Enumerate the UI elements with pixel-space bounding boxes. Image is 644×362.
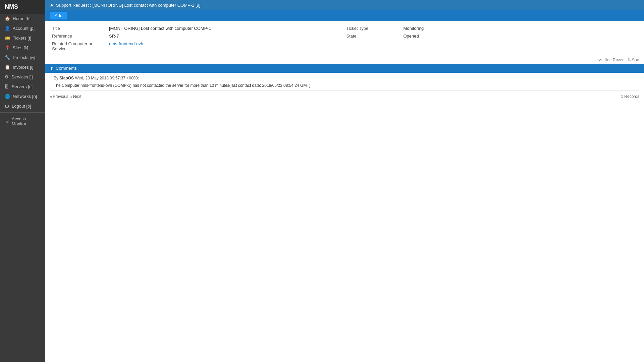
comment-entry: By SlapOS Wed, 23 May 2018 09:57:37 +000… — [50, 74, 639, 91]
sidebar: NMS 🏠 Home [h] 👤 Account [p] 🎫 Tickets [… — [0, 0, 45, 362]
state-label: State — [346, 34, 400, 39]
detail-grid: Title [MONITORING] Lost contact with com… — [52, 26, 637, 51]
breadcrumb-arrow: ➤ — [50, 2, 54, 8]
sidebar-item-access-monitor-label: Access Monitor — [12, 116, 41, 126]
logout-icon: ⏻ — [5, 104, 9, 109]
reference-label: Reference — [52, 34, 106, 39]
comment-author: SlapOS — [59, 76, 74, 80]
comment-meta: By SlapOS Wed, 23 May 2018 09:57:37 +000… — [50, 74, 639, 82]
access-monitor-icon: 🖥 — [5, 119, 9, 124]
sidebar-item-home[interactable]: 🏠 Home [h] — [0, 14, 45, 23]
sidebar-item-logout[interactable]: ⏻ Logout [o] — [0, 101, 45, 111]
sidebar-item-projects-label: Projects [w] — [13, 55, 35, 60]
account-icon: 👤 — [5, 26, 10, 31]
sidebar-item-servers[interactable]: 🗄 Servers [c] — [0, 82, 45, 92]
breadcrumb-text: Support Request : [MONITORING] Lost cont… — [56, 3, 200, 8]
comment-body: The Computer nms-frontend-ovh (COMP-1) h… — [50, 82, 639, 90]
prev-arrow-icon: « — [50, 95, 52, 99]
comments-header-icon: ⬆ — [50, 66, 54, 71]
sidebar-item-networks-label: Networks [n] — [13, 94, 37, 99]
sidebar-item-access-monitor[interactable]: 🖥 Access Monitor — [0, 114, 45, 129]
sort-button[interactable]: ⇅ Sort — [628, 58, 639, 62]
pagination-buttons: « Previous » Next — [50, 94, 82, 99]
sidebar-item-networks[interactable]: 🌐 Networks [n] — [0, 92, 45, 101]
state-value: Opened — [404, 34, 638, 39]
main-content: ➤ Support Request : [MONITORING] Lost co… — [45, 0, 644, 362]
sidebar-divider — [0, 112, 45, 113]
next-button[interactable]: » Next — [70, 94, 82, 99]
services-icon: ⚙ — [5, 74, 9, 79]
sidebar-item-account-label: Account [p] — [13, 26, 35, 31]
ticket-detail: Title [MONITORING] Lost contact with com… — [45, 21, 644, 56]
sidebar-item-invoices-label: Invoices [i] — [13, 65, 33, 70]
app-title: NMS — [0, 0, 45, 14]
title-value: [MONITORING] Lost contact with computer … — [109, 26, 343, 31]
comments-toolbar: 👁 Hide Rows ⇅ Sort — [45, 56, 644, 64]
sidebar-item-invoices[interactable]: 📋 Invoices [i] — [0, 62, 45, 72]
related-value-link[interactable]: nms-frontend-ovh — [109, 41, 343, 46]
hide-rows-button[interactable]: 👁 Hide Rows — [598, 58, 623, 62]
sidebar-item-projects[interactable]: 🔧 Projects [w] — [0, 53, 45, 62]
related-label: Related Computer or Service — [52, 41, 106, 51]
sidebar-item-home-label: Home [h] — [13, 16, 31, 21]
add-button[interactable]: Add — [50, 12, 67, 19]
breadcrumb-bar: ➤ Support Request : [MONITORING] Lost co… — [45, 0, 644, 10]
sidebar-item-account[interactable]: 👤 Account [p] — [0, 23, 45, 33]
action-bar: Add — [45, 10, 644, 21]
next-arrow-icon: » — [70, 95, 72, 99]
records-count: 1 Records — [621, 94, 639, 99]
projects-icon: 🔧 — [5, 55, 10, 60]
comments-section: 👁 Hide Rows ⇅ Sort ⬆ Comments By SlapOS … — [45, 56, 644, 362]
sort-icon: ⇅ — [628, 58, 631, 62]
sidebar-item-services-label: Services [l] — [11, 74, 33, 79]
sidebar-item-servers-label: Servers [c] — [12, 84, 33, 89]
servers-icon: 🗄 — [5, 84, 9, 89]
home-icon: 🏠 — [5, 16, 10, 21]
networks-icon: 🌐 — [5, 94, 10, 99]
ticket-type-value: Monitoring — [404, 26, 638, 31]
ticket-type-label: Ticket Type — [346, 26, 400, 31]
title-label: Title — [52, 26, 106, 31]
comments-header: ⬆ Comments — [45, 64, 644, 73]
sidebar-item-sites[interactable]: 📍 Sites [k] — [0, 43, 45, 53]
comment-date: Wed, 23 May 2018 09:57:37 +0000: — [75, 76, 139, 80]
reference-value: SR-7 — [109, 34, 343, 39]
comments-header-label: Comments — [56, 66, 77, 71]
eye-icon: 👁 — [598, 58, 602, 62]
sidebar-item-services[interactable]: ⚙ Services [l] — [0, 72, 45, 82]
sidebar-item-logout-label: Logout [o] — [12, 104, 31, 109]
tickets-icon: 🎫 — [5, 36, 10, 41]
previous-button[interactable]: « Previous — [50, 94, 68, 99]
pagination: « Previous » Next 1 Records — [45, 92, 644, 101]
invoices-icon: 📋 — [5, 65, 10, 70]
sidebar-item-tickets-label: Tickets [t] — [13, 36, 31, 41]
sidebar-item-tickets[interactable]: 🎫 Tickets [t] — [0, 33, 45, 43]
sites-icon: 📍 — [5, 45, 10, 50]
sidebar-item-sites-label: Sites [k] — [13, 45, 28, 50]
